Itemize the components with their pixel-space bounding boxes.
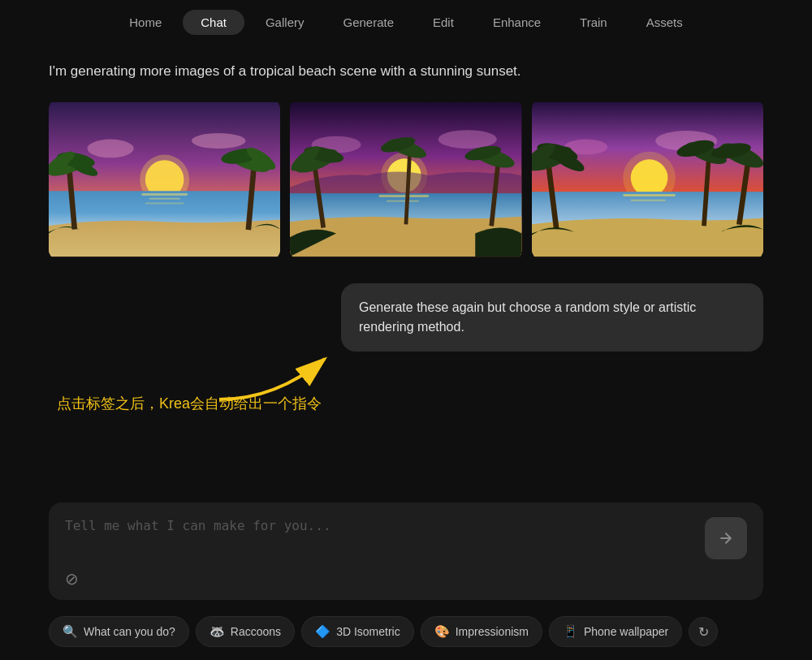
generated-image-3[interactable] — [532, 98, 763, 261]
user-message: Generate these again but choose a random… — [341, 283, 763, 352]
svg-rect-43 — [623, 194, 676, 196]
suggestion-label-3: Impressionism — [456, 625, 529, 638]
input-area: ⊘ — [0, 494, 812, 610]
suggestion-icon-3: 🎨 — [434, 624, 450, 639]
generated-image-1[interactable] — [49, 98, 280, 261]
input-box: ⊘ — [49, 503, 763, 600]
svg-point-4 — [192, 132, 246, 148]
suggestion-icon-4: 📱 — [563, 624, 578, 639]
suggestions-bar: 🔍 What can you do? 🦝 Raccoons 🔷 3D Isome… — [0, 610, 812, 660]
nav-train[interactable]: Train — [562, 10, 625, 35]
svg-rect-25 — [387, 200, 419, 201]
refresh-suggestions-button[interactable]: ↻ — [689, 617, 718, 646]
nav-edit[interactable]: Edit — [415, 10, 472, 35]
chat-input[interactable] — [65, 517, 695, 537]
suggestion-icon-1: 🦝 — [209, 624, 225, 639]
svg-rect-8 — [145, 202, 184, 204]
nav-assets[interactable]: Assets — [628, 10, 701, 35]
nav-chat[interactable]: Chat — [183, 10, 244, 35]
suggestion-icon-2: 🔷 — [315, 624, 330, 639]
suggestion-what-can-you-do[interactable]: 🔍 What can you do? — [49, 616, 189, 647]
suggestion-3d-isometric[interactable]: 🔷 3D Isometric — [301, 616, 414, 647]
refresh-icon: ↻ — [698, 624, 709, 640]
svg-rect-24 — [379, 195, 430, 197]
send-icon — [718, 530, 734, 546]
navigation: Home Chat Gallery Generate Edit Enhance … — [0, 0, 812, 45]
suggestion-impressionism[interactable]: 🎨 Impressionism — [421, 616, 542, 647]
nav-gallery[interactable]: Gallery — [248, 10, 322, 35]
ai-message: I'm generating more images of a tropical… — [49, 61, 763, 82]
user-message-wrap: Generate these again but choose a random… — [49, 283, 763, 352]
annotation-arrow — [211, 347, 341, 403]
generated-images — [49, 98, 763, 261]
suggestion-raccoons[interactable]: 🦝 Raccoons — [196, 616, 295, 647]
nav-home[interactable]: Home — [111, 10, 179, 35]
svg-rect-44 — [630, 199, 665, 201]
suggestion-phone-wallpaper[interactable]: 📱 Phone wallpaper — [549, 616, 682, 647]
annotation-area: 点击标签之后，Krea会自动给出一个指令 — [49, 371, 763, 436]
nav-enhance[interactable]: Enhance — [475, 10, 559, 35]
input-row — [65, 517, 747, 559]
input-icons: ⊘ — [65, 569, 747, 589]
attach-button[interactable]: ⊘ — [65, 569, 79, 589]
suggestion-label-2: 3D Isometric — [336, 625, 400, 638]
svg-point-22 — [438, 130, 497, 149]
send-button[interactable] — [705, 517, 747, 559]
generated-image-2[interactable] — [290, 98, 521, 261]
svg-point-3 — [88, 139, 134, 157]
suggestion-icon-0: 🔍 — [63, 624, 78, 639]
svg-rect-6 — [141, 193, 188, 196]
suggestion-label-4: Phone wallpaper — [584, 625, 668, 638]
chat-main: I'm generating more images of a tropical… — [0, 45, 812, 494]
svg-rect-7 — [149, 197, 180, 199]
suggestion-label-1: Raccoons — [231, 625, 281, 638]
nav-generate[interactable]: Generate — [325, 10, 412, 35]
suggestion-label-0: What can you do? — [84, 625, 175, 638]
